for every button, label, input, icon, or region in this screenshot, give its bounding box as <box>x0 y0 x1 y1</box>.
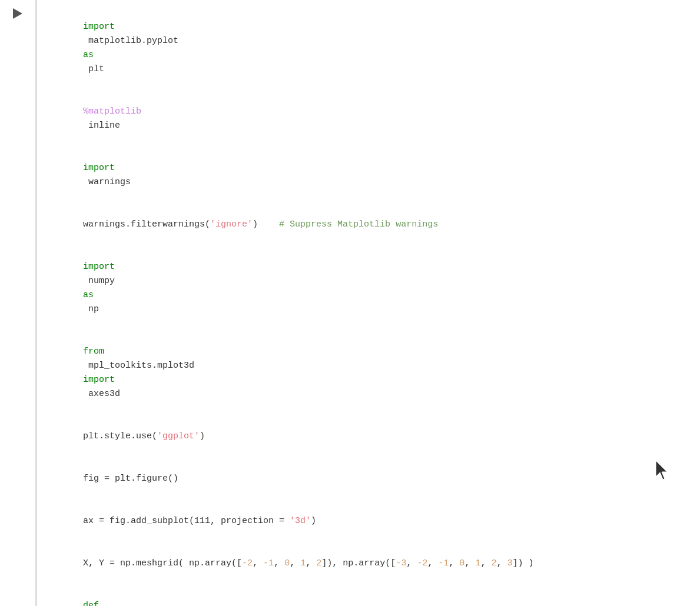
cell-gutter <box>0 0 35 606</box>
code-line-10: X, Y = np.meshgrid( np.array([-2, -1, 0,… <box>41 542 694 585</box>
code-line-4: warnings.filterwarnings('ignore') # Supp… <box>41 204 694 246</box>
code-line-8: fig = plt.figure() <box>41 458 694 500</box>
kw-as-1: as <box>83 50 94 60</box>
cell-code-content: import matplotlib.pyplot as plt %matplot… <box>35 0 700 606</box>
kw-import-3: import <box>83 262 115 272</box>
run-icon <box>13 8 22 19</box>
notebook-container: import matplotlib.pyplot as plt %matplot… <box>0 0 700 606</box>
code-line-11: def f(x, y): <box>41 585 694 606</box>
kw-import-4: import <box>83 375 115 385</box>
kw-from: from <box>83 347 104 357</box>
kw-import-1: import <box>83 22 115 32</box>
code-cell: import matplotlib.pyplot as plt %matplot… <box>0 0 700 606</box>
kw-as-2: as <box>83 290 94 300</box>
code-line-5: import numpy as np <box>41 246 694 331</box>
code-line-7: plt.style.use('ggplot') <box>41 415 694 458</box>
code-line-1: import matplotlib.pyplot as plt <box>41 6 694 91</box>
magic-matplotlib: %matplotlib <box>83 106 141 116</box>
code-line-2: %matplotlib inline <box>41 91 694 147</box>
kw-def: def <box>83 601 99 606</box>
code-line-9: ax = fig.add_subplot(111, projection = '… <box>41 500 694 542</box>
run-button[interactable] <box>11 7 24 20</box>
code-line-3: import warnings <box>41 147 694 204</box>
kw-import-2: import <box>83 163 115 173</box>
code-line-6: from mpl_toolkits.mplot3d import axes3d <box>41 331 694 415</box>
